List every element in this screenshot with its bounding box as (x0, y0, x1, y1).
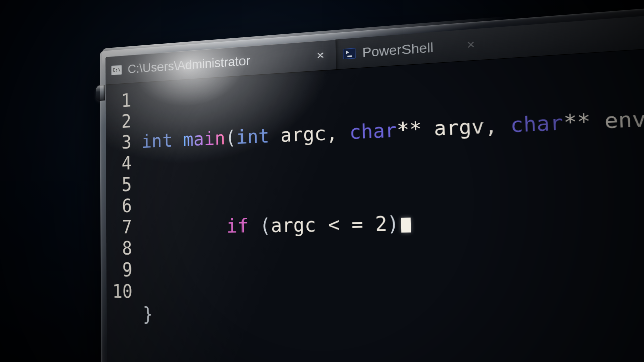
tok-if: if (226, 215, 260, 237)
tab-powershell-close[interactable]: × (464, 37, 478, 53)
tok-main: main (183, 127, 225, 150)
line-number: 6 (112, 195, 132, 217)
line-number: 8 (112, 238, 132, 259)
line-number: 9 (112, 259, 132, 281)
line-number: 7 (112, 217, 132, 238)
code-line-2: if (argc < = 2) (142, 207, 644, 238)
tok-brace: } (143, 303, 153, 325)
cmd-icon (111, 65, 122, 75)
tok-sep: , (484, 114, 511, 138)
line-number: 2 (111, 111, 131, 133)
line-number: 10 (112, 281, 133, 302)
tok-int: int (141, 129, 183, 152)
tok-num: 2 (375, 212, 387, 235)
tok-paren: ( (225, 127, 236, 149)
tab-cmd-title: C:\Users\Administrator (128, 53, 250, 76)
tok-argc: argc (280, 123, 326, 147)
tok-char: char (510, 111, 564, 137)
terminal-window: C:\Users\Administrator × PowerShell × – … (105, 2, 644, 362)
terminal-window-3d: C:\Users\Administrator × PowerShell × – … (105, 2, 644, 362)
code-area[interactable]: int main(int argc, char** argv, char** e… (139, 46, 644, 362)
line-number: 3 (112, 132, 132, 154)
line-number: 1 (111, 89, 131, 112)
line-number: 4 (112, 153, 132, 174)
text-cursor (401, 218, 411, 233)
line-gutter: 1 2 3 4 5 6 7 8 9 10 (106, 83, 141, 362)
line-number: 5 (112, 174, 132, 196)
tab-powershell-title: PowerShell (362, 40, 434, 60)
tok-paren: ) (387, 212, 399, 235)
tok-int: int (236, 125, 280, 148)
powershell-icon (343, 48, 356, 59)
code-line-3: } (143, 303, 644, 337)
editor[interactable]: 1 2 3 4 5 6 7 8 9 10 int main(int argc, … (106, 37, 644, 362)
tok-char: char (349, 119, 397, 144)
tok-paren: ( (260, 215, 271, 237)
tok-stars: ** (397, 117, 434, 142)
tok-argv: argv (434, 115, 485, 140)
tok-envp: envp (604, 106, 644, 133)
tab-cmd-close[interactable]: × (314, 48, 327, 63)
tok-argc: argc (271, 214, 328, 237)
code-line-1: int main(int argc, char** argv, char** e… (141, 104, 644, 153)
